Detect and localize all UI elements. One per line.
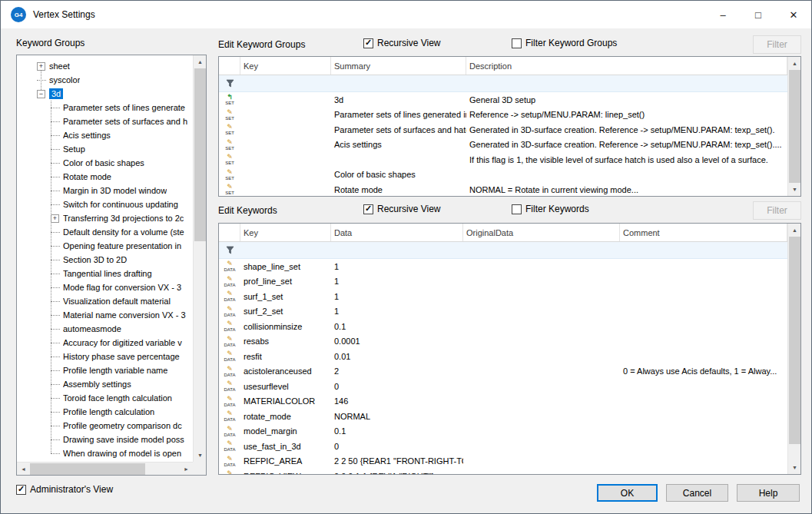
ok-button[interactable]: OK bbox=[597, 484, 658, 502]
scroll-down-button[interactable]: ▼ bbox=[788, 183, 801, 196]
tree-item-mode-flag-for-conversion-vx-3[interactable]: Mode flag for conversion VX - 3 bbox=[17, 280, 193, 294]
tree-item-parameter-sets-of-lines-generate[interactable]: Parameter sets of lines generate bbox=[17, 101, 193, 114]
data-cell[interactable]: 2 bbox=[331, 364, 463, 380]
key-cell[interactable]: MATERIALCOLOR bbox=[240, 394, 331, 410]
originaldata-cell[interactable] bbox=[463, 364, 620, 380]
originaldata-cell[interactable] bbox=[463, 469, 620, 474]
key-cell[interactable]: model_margin bbox=[240, 424, 331, 439]
scroll-up-button[interactable]: ▲ bbox=[788, 224, 801, 237]
scrollbar-thumb[interactable] bbox=[30, 463, 145, 475]
scrollbar-thumb[interactable] bbox=[789, 237, 800, 444]
tree-item-setup[interactable]: Setup bbox=[17, 142, 193, 156]
tree-item-color-of-basic-shapes[interactable]: Color of basic shapes bbox=[17, 156, 193, 170]
tree-item-parameter-sets-of-surfaces-and-h[interactable]: Parameter sets of surfaces and h bbox=[17, 114, 193, 128]
filter-keywords-checkbox[interactable]: Filter Keywords bbox=[512, 204, 589, 214]
description-cell[interactable]: Generated in 3D-surface creation. Refere… bbox=[466, 138, 787, 153]
description-cell[interactable]: Reference -> setup/MENU.PARAM: linep_set… bbox=[466, 108, 787, 123]
originaldata-cell[interactable] bbox=[463, 274, 620, 290]
groups-filter-row[interactable] bbox=[219, 75, 787, 92]
tree-item-when-drawing-of-model-is-open[interactable]: When drawing of model is open bbox=[17, 446, 193, 460]
keywords-table-row[interactable]: ✎DATAsurf_2_set1 bbox=[219, 304, 787, 320]
comment-cell[interactable] bbox=[620, 379, 787, 394]
expand-icon[interactable]: + bbox=[51, 214, 59, 223]
minimize-button[interactable]: – bbox=[705, 1, 741, 28]
comment-cell[interactable] bbox=[620, 409, 787, 424]
tree-vertical-scrollbar[interactable]: ▲ ▼ bbox=[193, 55, 206, 462]
description-cell[interactable]: General 3D setup bbox=[466, 92, 787, 108]
comment-cell[interactable] bbox=[620, 349, 787, 364]
key-cell[interactable]: prof_line_set bbox=[240, 274, 331, 290]
data-cell[interactable]: 1 bbox=[331, 259, 463, 274]
comment-cell[interactable] bbox=[620, 304, 787, 320]
scrollbar-thumb[interactable] bbox=[194, 68, 206, 241]
description-cell[interactable] bbox=[466, 167, 787, 183]
tree-item-margin-in-3d-model-window[interactable]: Margin in 3D model window bbox=[17, 184, 193, 197]
comment-cell[interactable] bbox=[620, 319, 787, 334]
expand-icon[interactable]: + bbox=[37, 62, 45, 71]
data-cell[interactable]: 0 0 0 1 1 {REVI1 "RIGHT"} bbox=[331, 469, 463, 474]
tree-horizontal-scrollbar[interactable]: ◄ ► bbox=[17, 462, 193, 475]
summary-cell[interactable]: Color of basic shapes bbox=[331, 167, 466, 183]
keywords-table-row[interactable]: ✎DATAacistoleranceused20 = Always use Ac… bbox=[219, 364, 787, 380]
comment-cell[interactable] bbox=[620, 289, 787, 304]
scroll-down-button[interactable]: ▼ bbox=[194, 449, 207, 462]
key-cell[interactable]: collisionminsize bbox=[240, 319, 331, 334]
column-header-key[interactable]: Key bbox=[240, 224, 331, 241]
filter-summary-cell[interactable] bbox=[331, 75, 466, 91]
tree-item-acis-settings[interactable]: Acis settings bbox=[17, 128, 193, 142]
comment-cell[interactable] bbox=[620, 259, 787, 274]
help-button[interactable]: Help bbox=[737, 484, 800, 502]
tree-item-3d[interactable]: −3d bbox=[17, 87, 193, 101]
key-cell[interactable]: surf_1_set bbox=[240, 289, 331, 304]
groups-table-row[interactable]: ✎SETColor of basic shapes bbox=[219, 167, 787, 183]
title-bar[interactable]: G4 Vertex Settings – □ ✕ bbox=[1, 1, 811, 28]
summary-cell[interactable]: Parameter sets of lines generated in 3D.… bbox=[331, 108, 466, 123]
key-cell[interactable]: REFPIC_VIEW bbox=[240, 469, 331, 474]
key-cell[interactable] bbox=[240, 167, 331, 183]
data-cell[interactable]: 0.1 bbox=[331, 424, 463, 439]
scroll-up-button[interactable]: ▲ bbox=[788, 57, 801, 70]
groups-table-row[interactable]: ↰SET3dGeneral 3D setup bbox=[219, 92, 787, 108]
key-cell[interactable]: resfit bbox=[240, 349, 331, 364]
filter-groups-button[interactable]: Filter bbox=[753, 35, 801, 54]
keywords-table-row[interactable]: ✎DATAresabs0.0001 bbox=[219, 334, 787, 350]
originaldata-cell[interactable] bbox=[463, 454, 620, 469]
filter-key-cell[interactable] bbox=[240, 75, 331, 91]
keywords-filter-row[interactable] bbox=[219, 242, 787, 259]
tree-item-profile-length-calculation[interactable]: Profile length calculation bbox=[17, 405, 193, 419]
scroll-left-button[interactable]: ◄ bbox=[17, 463, 30, 476]
description-cell[interactable]: Generated in 3D-surface creation. Refere… bbox=[466, 122, 787, 138]
summary-cell[interactable]: Acis settings bbox=[331, 138, 466, 153]
originaldata-cell[interactable] bbox=[463, 394, 620, 410]
tree-item-switch-for-continuous-updating[interactable]: Switch for continuous updating bbox=[17, 197, 193, 211]
comment-cell[interactable] bbox=[620, 439, 787, 454]
keywords-table-row[interactable]: ✎DATAprof_line_set1 bbox=[219, 274, 787, 290]
groups-table-row[interactable]: ✎SETParameter sets of lines generated in… bbox=[219, 108, 787, 123]
groups-table-row[interactable]: ✎SETIf this flag is 1, the visible level… bbox=[219, 152, 787, 167]
recursive-view-keywords-checkbox[interactable]: Recursive View bbox=[363, 204, 440, 214]
originaldata-cell[interactable] bbox=[463, 439, 620, 454]
groups-table-row[interactable]: ✎SETParameter sets of surfaces and hatch… bbox=[219, 122, 787, 138]
data-cell[interactable]: 0 bbox=[331, 439, 463, 454]
filter-key-cell[interactable] bbox=[240, 242, 331, 258]
key-cell[interactable] bbox=[240, 92, 331, 108]
keywords-table-row[interactable]: ✎DATAMATERIALCOLOR146 bbox=[219, 394, 787, 410]
key-cell[interactable]: resabs bbox=[240, 334, 331, 350]
column-header-summary[interactable]: Summary bbox=[331, 57, 466, 75]
close-button[interactable]: ✕ bbox=[776, 1, 811, 28]
filter-originaldata-cell[interactable] bbox=[463, 242, 620, 258]
keywords-table-row[interactable]: ✎DATAREFPIC_AREA2 2 50 {REAR1 "FRONT-RIG… bbox=[219, 454, 787, 469]
maximize-button[interactable]: □ bbox=[741, 1, 776, 28]
tree-item-section-3d-to-2d[interactable]: Section 3D to 2D bbox=[17, 253, 193, 267]
keywords-table-row[interactable]: ✎DATAmodel_margin0.1 bbox=[219, 424, 787, 439]
description-cell[interactable]: If this flag is 1, the visible level of … bbox=[466, 152, 787, 167]
summary-cell[interactable]: Rotate mode bbox=[331, 182, 466, 196]
comment-cell[interactable] bbox=[620, 274, 787, 290]
tree-item-sheet[interactable]: +sheet bbox=[17, 59, 193, 73]
tree-item-material-name-conversion-vx-3[interactable]: Material name conversion VX - 3 bbox=[17, 308, 193, 322]
tree-item-profile-geometry-comparison-dc[interactable]: Profile geometry comparison dc bbox=[17, 419, 193, 433]
tree-item-accuracy-for-digitized-variable-v[interactable]: Accuracy for digitized variable v bbox=[17, 336, 193, 350]
data-cell[interactable]: 146 bbox=[331, 394, 463, 410]
originaldata-cell[interactable] bbox=[463, 334, 620, 350]
groups-table-row[interactable]: ✎SETAcis settingsGenerated in 3D-surface… bbox=[219, 138, 787, 153]
